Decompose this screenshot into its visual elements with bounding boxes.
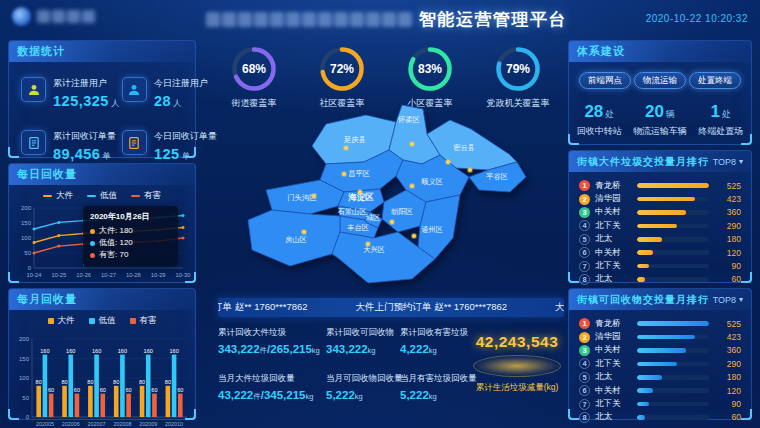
gauge-ring: 83% (405, 44, 455, 94)
system-stat: 20辆物流运输车辆 (630, 102, 691, 138)
stat-unit: 单 (102, 151, 111, 161)
legend-item-大件[interactable]: 大件 (48, 315, 75, 327)
ranking-row: 6中关村120 (579, 246, 741, 259)
district-label: 城区 (365, 213, 380, 222)
rank-name: 北太 (595, 233, 632, 245)
rank-bar-track (637, 348, 709, 353)
bar-大件[interactable] (36, 386, 41, 417)
map-marker-dot (366, 242, 370, 246)
ranking-row: 4北下关290 (579, 219, 741, 232)
bar-大件[interactable] (140, 386, 145, 417)
bar-大件[interactable] (114, 386, 119, 417)
chart-text: 100 (21, 235, 32, 241)
total-orders-icon (21, 130, 46, 155)
legend-item-低值[interactable]: 低值 (87, 190, 117, 202)
tooltip-text: 大件: 180 (99, 225, 133, 237)
ranking-row: 7北下关90 (579, 259, 741, 272)
logo-icon (12, 7, 31, 26)
chart-text: 50 (24, 250, 31, 256)
rank-value: 120 (714, 248, 741, 258)
legend-item-有害[interactable]: 有害 (130, 315, 157, 327)
panel-title: 体系建设 (577, 44, 625, 59)
top8-selector[interactable]: TOP8 ▾ (713, 295, 743, 305)
summary-stats: 累计回收大件垃圾343,222件/265,215kg累计回收可回收物343,22… (218, 327, 468, 402)
bar-有害[interactable] (100, 394, 105, 417)
summary-number: /265,215 (267, 343, 312, 355)
tooltip-date: 2020年10月26日 (90, 211, 171, 222)
rank-badge: 6 (579, 247, 590, 258)
chart-text: 160 (118, 348, 127, 354)
stat-label: 累计注册用户 (53, 77, 120, 90)
datetime: 2020-10-22 10:20:32 (646, 13, 748, 24)
chart-text: 50 (22, 395, 29, 401)
ranking-row: 2清华园423 (579, 330, 741, 343)
system-tab-button[interactable]: 物流运输 (634, 72, 686, 89)
bar-低值[interactable] (43, 355, 48, 417)
stat-value: 125单 (154, 146, 217, 163)
tooltip-row: 有害: 70 (90, 249, 171, 261)
rank-bar-track (637, 335, 709, 340)
rank-value: 60 (714, 274, 741, 284)
system-stat-unit: 处 (722, 109, 731, 119)
map-marker-dot (342, 172, 346, 176)
chart-text: 60 (48, 387, 54, 393)
bar-低值[interactable] (120, 355, 125, 417)
gauge-社区覆盖率: 72%社区覆盖率 (299, 44, 385, 110)
system-tab-button[interactable]: 处置终端 (689, 72, 741, 89)
chart-text: 202005 (36, 421, 54, 427)
bar-有害[interactable] (152, 394, 157, 417)
page-title-text: 智能运营管理平台 (419, 8, 567, 31)
map-marker-dot (358, 190, 362, 194)
legend-item-大件[interactable]: 大件 (43, 190, 73, 202)
panel-rank-large-waste: 街镇大件垃圾交投量月排行 TOP8 ▾ 1青龙桥5252清华园4233中关村36… (568, 150, 752, 283)
chart-text: 80 (36, 379, 42, 385)
stat-text: 今日回收订单量125单 (154, 130, 217, 163)
legend-marker (130, 318, 136, 324)
coverage-gauges: 68%街道覆盖率72%社区覆盖率83%小区覆盖率79%党政机关覆盖率 (210, 44, 562, 110)
ticker-track: 大件上门预约订单 赵** 1760***7862大件上门预约订单 赵** 176… (218, 301, 564, 314)
system-tab-button[interactable]: 前端网点 (579, 72, 631, 89)
top8-selector[interactable]: TOP8 ▾ (713, 157, 743, 167)
map-marker-dot (468, 168, 472, 172)
bar-大件[interactable] (166, 386, 171, 417)
system-stat-label: 回收中转站 (569, 125, 630, 138)
summary-number: 343,222 (218, 343, 260, 355)
system-stats: 28处回收中转站20辆物流运输车辆1处终端处置场 (569, 102, 751, 138)
chart-text: 150 (19, 356, 30, 362)
bar-低值[interactable] (94, 355, 99, 417)
stat-value: 28人 (154, 93, 208, 110)
bar-低值[interactable] (68, 355, 73, 417)
bar-大件[interactable] (88, 386, 93, 417)
summary-label: 当月有害垃圾回收量 (400, 373, 468, 385)
bar-有害[interactable] (75, 394, 80, 417)
legend-item-低值[interactable]: 低值 (89, 315, 116, 327)
bar-低值[interactable] (172, 355, 177, 417)
district-label: 怀柔区 (397, 115, 420, 124)
summary-unit: kg (312, 346, 320, 355)
system-stat-label: 物流运输车辆 (630, 125, 691, 138)
rank-badge: 4 (579, 358, 590, 369)
bar-有害[interactable] (178, 394, 183, 417)
gauge-percent: 68% (229, 44, 279, 94)
rank-value: 290 (714, 359, 741, 369)
stat-unit: 单 (182, 151, 191, 161)
podium-glow-icon (473, 355, 561, 377)
legend-item-有害[interactable]: 有害 (131, 190, 161, 202)
rank-badge: 7 (579, 261, 590, 272)
rank-bar-track (637, 237, 709, 242)
ranking-row: 1青龙桥525 (579, 179, 741, 192)
rank-name: 北下关 (595, 398, 632, 410)
data-point (57, 234, 60, 237)
chart-text: 80 (87, 379, 93, 385)
summary-value: 343,222件/265,215kg (218, 343, 326, 356)
summary-number: 343,222 (326, 343, 368, 355)
gauge-percent: 79% (493, 44, 543, 94)
bar-有害[interactable] (49, 394, 54, 417)
stat-item: 累计回收订单量89,456单 (21, 130, 120, 163)
summary-cell: 当月可回收物回收量5,222kg (326, 373, 400, 402)
bar-有害[interactable] (126, 394, 131, 417)
rank-badge: 2 (579, 332, 590, 343)
system-buttons: 前端网点物流运输处置终端 (569, 62, 751, 89)
bar-低值[interactable] (146, 355, 151, 417)
bar-大件[interactable] (62, 386, 67, 417)
